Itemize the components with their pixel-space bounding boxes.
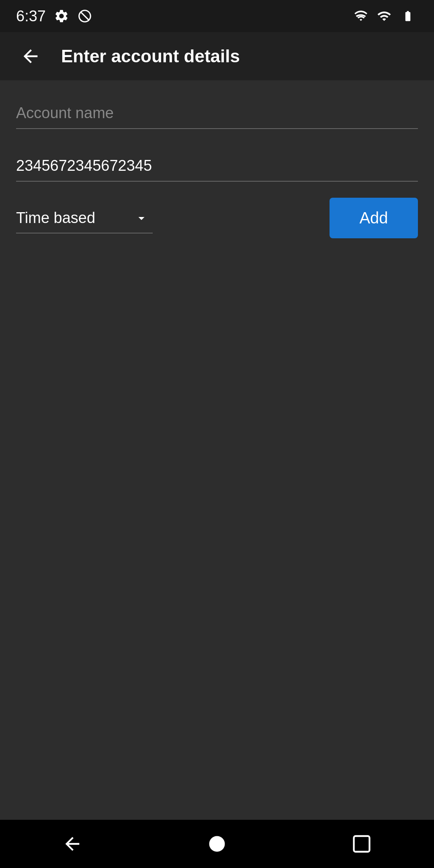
nav-home-button[interactable] — [199, 825, 235, 862]
nav-recent-button[interactable] — [343, 825, 380, 862]
signal-icon — [377, 9, 391, 23]
type-dropdown[interactable]: Time based Counter based — [16, 203, 153, 233]
wifi-icon — [351, 9, 371, 23]
add-button[interactable]: Add — [330, 198, 418, 238]
main-content: Time based Counter based Add — [0, 80, 434, 254]
settings-icon — [54, 8, 69, 24]
type-dropdown-container: Time based Counter based — [16, 203, 153, 233]
nav-back-button[interactable] — [54, 825, 91, 862]
status-bar: 6:37 — [0, 0, 434, 32]
back-button[interactable] — [16, 42, 45, 71]
input-spacer — [16, 133, 418, 149]
secret-key-field — [16, 149, 418, 182]
dnd-icon — [77, 8, 92, 24]
type-dropdown-wrapper: Time based Counter based — [16, 203, 153, 233]
secret-key-input[interactable] — [16, 149, 418, 182]
status-time: 6:37 — [16, 8, 46, 25]
svg-rect-1 — [354, 836, 370, 852]
nav-bar — [0, 820, 434, 868]
account-name-field — [16, 96, 418, 129]
page-title: Enter account details — [61, 46, 240, 66]
bottom-row: Time based Counter based Add — [16, 198, 418, 238]
svg-point-0 — [209, 836, 225, 852]
battery-icon — [398, 10, 418, 22]
app-bar: Enter account details — [0, 32, 434, 80]
status-bar-right — [351, 9, 418, 23]
account-name-input[interactable] — [16, 96, 418, 129]
status-bar-left: 6:37 — [16, 8, 92, 25]
